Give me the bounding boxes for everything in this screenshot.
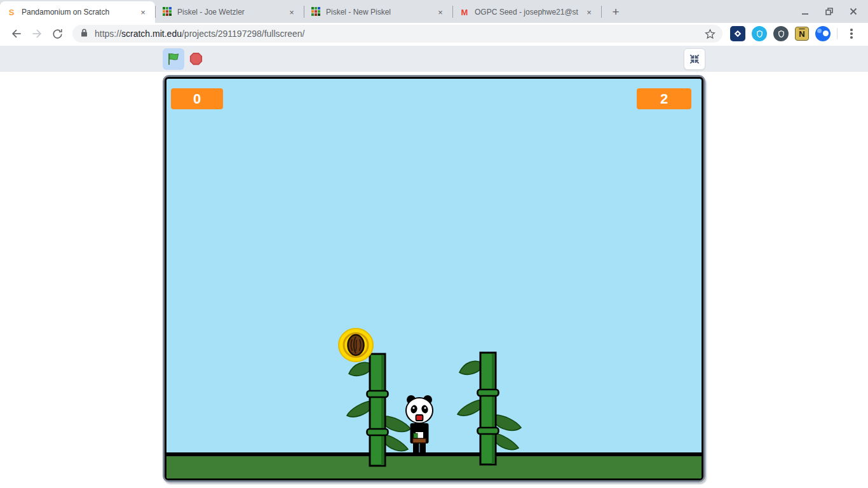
tab-title: Pandamonium on Scratch xyxy=(22,8,132,17)
url-omnibox[interactable]: https://scratch.mit.edu/projects/2911972… xyxy=(72,25,722,43)
url-text: https://scratch.mit.edu/projects/2911972… xyxy=(95,29,305,39)
lock-icon xyxy=(80,28,88,40)
ground-sprite xyxy=(166,452,702,478)
close-tab-icon[interactable]: × xyxy=(435,6,446,18)
tab-title: OGPC Seed - josephwe21@stpiu xyxy=(475,8,578,17)
stage-canvas[interactable]: 0 2 xyxy=(165,77,703,480)
window-controls xyxy=(801,0,868,23)
reload-icon[interactable] xyxy=(47,24,67,44)
tab-title: Piskel - New Piskel xyxy=(326,8,430,17)
back-icon[interactable] xyxy=(6,24,27,44)
collapse-icon xyxy=(690,55,698,63)
scratch-page: 0 2 xyxy=(0,46,868,488)
close-tab-icon[interactable]: × xyxy=(137,6,149,18)
extension-shield-dark-icon[interactable] xyxy=(773,26,789,41)
address-bar: https://scratch.mit.edu/projects/2911972… xyxy=(0,23,868,44)
piskel-favicon-icon xyxy=(162,7,172,17)
url-domain: scratch.mit.edu xyxy=(121,29,182,39)
extension-diamond-icon[interactable] xyxy=(730,26,745,41)
extension-shield-cyan-icon[interactable] xyxy=(752,26,767,41)
green-flag-button[interactable] xyxy=(163,48,184,70)
stage: 0 2 xyxy=(163,75,705,482)
tab-pandamonium[interactable]: S Pandamonium on Scratch × xyxy=(0,1,155,23)
minimize-button[interactable] xyxy=(801,7,810,16)
bamboo-sprite-right xyxy=(456,351,524,466)
exit-fullscreen-button[interactable] xyxy=(684,48,705,70)
new-tab-button[interactable]: + xyxy=(607,3,625,21)
close-tab-icon[interactable]: × xyxy=(286,6,297,18)
close-tab-icon[interactable]: × xyxy=(583,6,595,18)
tab-piskel-new[interactable]: Piskel - New Piskel × xyxy=(304,1,452,23)
toolbar-separator xyxy=(837,28,837,39)
tab-title: Piskel - Joe Wetzler xyxy=(177,8,281,17)
score-readout-right: 2 xyxy=(637,88,691,109)
tab-separator xyxy=(601,6,602,18)
extension-noodletools-icon[interactable]: N xyxy=(795,27,809,41)
player-control-bar xyxy=(0,46,868,72)
forward-icon xyxy=(27,24,47,44)
piskel-favicon-icon xyxy=(311,7,321,17)
bamboo-sprite-left xyxy=(346,353,414,467)
tab-gmail[interactable]: M OGPC Seed - josephwe21@stpiu × xyxy=(453,1,601,23)
chrome-menu-icon[interactable] xyxy=(844,26,859,41)
extension-blue-icon[interactable] xyxy=(815,26,831,41)
tab-piskel-joe[interactable]: Piskel - Joe Wetzler × xyxy=(156,1,304,23)
tab-strip: S Pandamonium on Scratch × Piskel - Joe … xyxy=(0,0,868,23)
extensions-row: N xyxy=(728,26,862,41)
browser-window: S Pandamonium on Scratch × Piskel - Joe … xyxy=(0,0,868,488)
bookmark-star-icon[interactable] xyxy=(704,28,716,40)
stop-button[interactable] xyxy=(187,51,204,67)
close-window-button[interactable] xyxy=(849,7,858,16)
coin-sprite xyxy=(338,328,374,362)
score-readout-left: 0 xyxy=(171,88,223,109)
panda-sprite xyxy=(405,394,434,455)
scratch-favicon-icon: S xyxy=(6,7,17,17)
restore-button[interactable] xyxy=(825,7,834,16)
gmail-favicon-icon: M xyxy=(459,7,470,17)
